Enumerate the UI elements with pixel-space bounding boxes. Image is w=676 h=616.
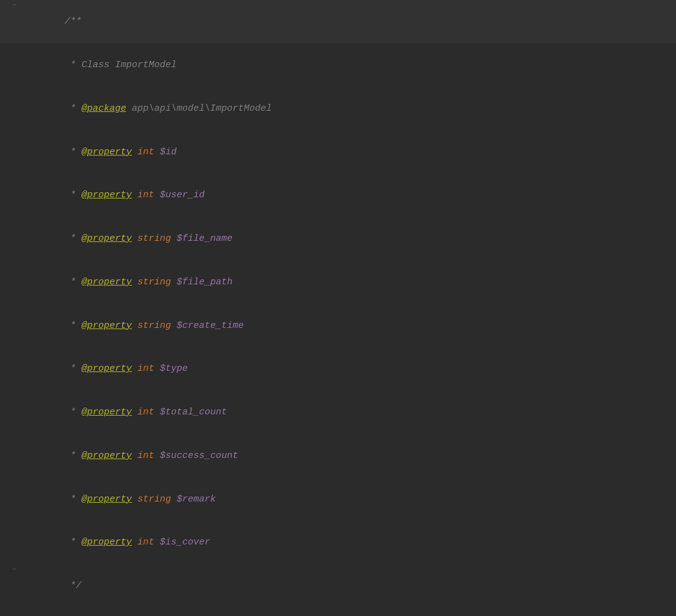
line-content: * @property int $user_id: [24, 174, 205, 217]
gutter-fold[interactable]: −: [5, 564, 24, 575]
code-line: * @property int $total_count: [0, 391, 676, 434]
code-line: * @package app\api\model\ImportModel: [0, 87, 676, 131]
line-content: * Class ImportModel: [24, 44, 177, 87]
code-line: * @property string $file_path: [0, 261, 676, 304]
line-content: * @property string $remark: [24, 477, 216, 521]
line-content: * @property int $total_count: [24, 391, 227, 434]
fold-icon[interactable]: −: [12, 0, 17, 11]
line-content: [24, 608, 37, 617]
code-line: * @property string $create_time: [0, 304, 676, 347]
line-content: * @property string $file_path: [24, 261, 233, 304]
code-line: * @property string $remark: [0, 477, 676, 521]
line-content: * @property int $is_cover: [24, 521, 210, 564]
line-content: * @property int $id: [24, 130, 177, 174]
code-line: * @property string $file_name: [0, 217, 676, 261]
line-content: /**: [24, 0, 81, 44]
fold-close-icon[interactable]: −: [12, 564, 17, 575]
line-content: * @property int $success_count: [24, 434, 238, 478]
code-line: * @property int $is_cover: [0, 521, 676, 564]
line-content: * @package app\api\model\ImportModel: [24, 87, 272, 131]
line-content: * @property string $file_name: [24, 217, 233, 261]
code-line: * @property int $success_count: [0, 434, 676, 478]
code-line: [0, 608, 676, 617]
code-line: − */: [0, 564, 676, 608]
line-content: * @property int $type: [24, 347, 188, 391]
code-line: * @property int $id: [0, 130, 676, 174]
gutter-fold[interactable]: −: [5, 0, 24, 11]
code-line: * Class ImportModel: [0, 44, 676, 87]
code-line: * @property int $type: [0, 347, 676, 391]
line-content: */: [24, 564, 81, 608]
line-content: * @property string $create_time: [24, 304, 244, 347]
code-line: * @property int $user_id: [0, 174, 676, 217]
code-line: − /**: [0, 0, 676, 44]
code-editor: − /** * Class ImportModel * @package app…: [0, 0, 676, 616]
